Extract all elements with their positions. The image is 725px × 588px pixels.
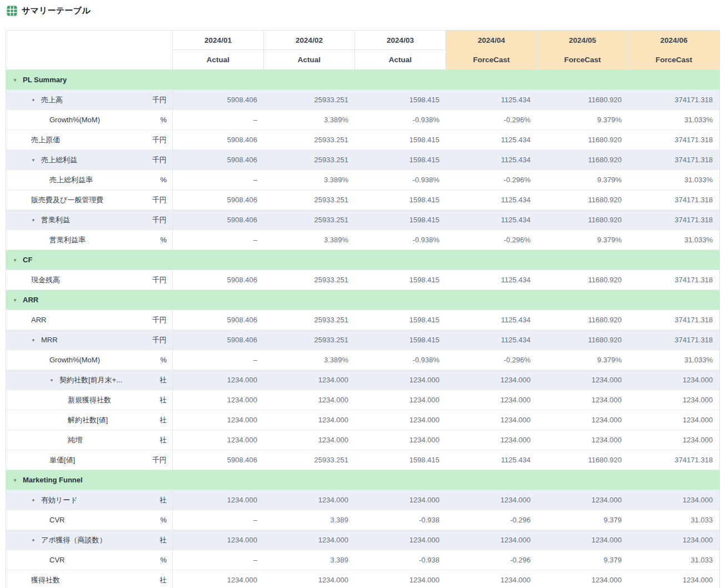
row-label: 有効リード bbox=[41, 495, 78, 505]
row-label-group: ▼有効リード社 bbox=[6, 490, 173, 510]
cell-value: 1598.415 bbox=[355, 210, 446, 230]
cell-value: 25933.251 bbox=[264, 190, 355, 210]
cell-value: 11680.920 bbox=[537, 90, 628, 109]
header-corner-cell bbox=[6, 31, 173, 70]
header-type-cell: Actual bbox=[355, 50, 446, 70]
row-unit: 社 bbox=[159, 395, 172, 405]
header-type-cell: ForceCast bbox=[537, 50, 628, 70]
row-label-group: Growth%(MoM)% bbox=[6, 110, 173, 129]
cell-value: 9.379% bbox=[537, 110, 628, 129]
cell-value: -0.296% bbox=[446, 230, 537, 250]
collapse-arrow-icon[interactable]: ▼ bbox=[31, 218, 38, 222]
cell-value: 1234.000 bbox=[628, 390, 719, 410]
cell-value: -0.938 bbox=[355, 550, 446, 570]
collapse-arrow-icon[interactable]: ▼ bbox=[13, 298, 20, 302]
row-label-group: ▼MRR千円 bbox=[6, 330, 173, 350]
table-row: 売上原価千円5908.40625933.2511598.4151125.4341… bbox=[6, 130, 719, 150]
row-label-group: ARR千円 bbox=[6, 310, 173, 330]
table-row: ▼アポ獲得（商談数）社1234.0001234.0001234.0001234.… bbox=[6, 530, 719, 550]
cell-value: 1598.415 bbox=[355, 190, 446, 210]
cell-value: 5908.406 bbox=[173, 270, 264, 290]
cell-value: 1234.000 bbox=[264, 530, 355, 550]
row-label: CVR bbox=[49, 516, 64, 524]
cell-value: – bbox=[173, 110, 264, 129]
cell-value: 1234.000 bbox=[537, 490, 628, 510]
header-month-cell: 2024/02 bbox=[264, 31, 355, 50]
table-row: Growth%(MoM)%–3.389%-0.938%-0.296%9.379%… bbox=[6, 110, 719, 130]
collapse-arrow-icon[interactable]: ▼ bbox=[31, 338, 38, 342]
collapse-arrow-icon[interactable]: ▼ bbox=[31, 538, 38, 542]
cell-value: 1234.000 bbox=[264, 490, 355, 510]
cell-value: 1125.434 bbox=[446, 130, 537, 150]
row-label-group: 獲得社数社 bbox=[6, 570, 173, 588]
header-month-cell: 2024/05 bbox=[537, 31, 628, 50]
collapse-arrow-icon[interactable]: ▼ bbox=[31, 498, 38, 502]
section-row[interactable]: ▼ARR bbox=[6, 290, 719, 310]
row-unit: 千円 bbox=[152, 135, 172, 145]
header-type-cell: Actual bbox=[264, 50, 355, 70]
row-label-group: 単価[値]千円 bbox=[6, 450, 173, 470]
cell-value: 1234.000 bbox=[173, 410, 264, 430]
cell-value: 1234.000 bbox=[173, 430, 264, 450]
cell-value: 1598.415 bbox=[355, 270, 446, 290]
cell-value: 1234.000 bbox=[173, 390, 264, 410]
table-row: CVR%–3.389-0.938-0.2969.37931.033 bbox=[6, 510, 719, 530]
cell-value: 11680.920 bbox=[537, 130, 628, 150]
row-unit: 千円 bbox=[152, 215, 172, 225]
page-title: サマリーテーブル bbox=[7, 6, 91, 16]
collapse-arrow-icon[interactable]: ▼ bbox=[49, 378, 57, 382]
section-row[interactable]: ▼Marketing Funnel bbox=[6, 470, 719, 490]
cell-value: 5908.406 bbox=[173, 330, 264, 350]
cell-value: 374171.318 bbox=[628, 330, 719, 350]
table-header: 2024/012024/022024/032024/042024/052024/… bbox=[6, 31, 719, 70]
collapse-arrow-icon[interactable]: ▼ bbox=[13, 478, 20, 482]
table-row: 現金残高千円5908.40625933.2511598.4151125.4341… bbox=[6, 270, 719, 290]
row-label-group: 解約社数[値]社 bbox=[6, 410, 173, 430]
cell-value: 5908.406 bbox=[173, 130, 264, 150]
cell-value: 1234.000 bbox=[264, 370, 355, 390]
row-label: 単価[値] bbox=[49, 455, 75, 465]
row-unit: 千円 bbox=[152, 195, 172, 205]
row-unit: % bbox=[160, 556, 172, 564]
section-row[interactable]: ▼PL Summary bbox=[6, 70, 719, 90]
cell-value: 1234.000 bbox=[355, 390, 446, 410]
cell-value: 11680.920 bbox=[537, 450, 628, 470]
cell-value: 3.389 bbox=[264, 510, 355, 530]
row-label: 解約社数[値] bbox=[68, 415, 108, 425]
row-label: Marketing Funnel bbox=[23, 476, 83, 484]
row-unit: % bbox=[160, 236, 172, 244]
cell-value: 3.389% bbox=[264, 350, 355, 370]
row-label: 契約社数[前月末+... bbox=[59, 375, 122, 385]
row-label: 売上高 bbox=[41, 95, 63, 105]
row-label: Growth%(MoM) bbox=[49, 356, 100, 364]
cell-value: 31.033% bbox=[628, 230, 719, 250]
header-type-cell: ForceCast bbox=[628, 50, 719, 70]
cell-value: 1234.000 bbox=[355, 490, 446, 510]
row-label: 売上総利益率 bbox=[49, 175, 93, 185]
cell-value: 31.033 bbox=[628, 550, 719, 570]
cell-value: 1125.434 bbox=[446, 90, 537, 109]
cell-value: 11680.920 bbox=[537, 210, 628, 230]
cell-value: 25933.251 bbox=[264, 270, 355, 290]
collapse-arrow-icon[interactable]: ▼ bbox=[31, 158, 38, 162]
cell-value: 25933.251 bbox=[264, 450, 355, 470]
cell-value: 1125.434 bbox=[446, 150, 537, 170]
collapse-arrow-icon[interactable]: ▼ bbox=[13, 78, 20, 82]
cell-value: 11680.920 bbox=[537, 310, 628, 330]
cell-value: 1125.434 bbox=[446, 190, 537, 210]
collapse-arrow-icon[interactable]: ▼ bbox=[13, 258, 20, 262]
cell-value: – bbox=[173, 170, 264, 190]
row-label-group: ▼営業利益千円 bbox=[6, 210, 173, 230]
cell-value: 374171.318 bbox=[628, 310, 719, 330]
cell-value: – bbox=[173, 230, 264, 250]
cell-value: -0.296% bbox=[446, 170, 537, 190]
table-row: ▼MRR千円5908.40625933.2511598.4151125.4341… bbox=[6, 330, 719, 350]
collapse-arrow-icon[interactable]: ▼ bbox=[31, 98, 38, 102]
cell-value: 3.389 bbox=[264, 550, 355, 570]
cell-value: 9.379 bbox=[537, 510, 628, 530]
cell-value: 1125.434 bbox=[446, 210, 537, 230]
cell-value: 1234.000 bbox=[355, 370, 446, 390]
cell-value: 1234.000 bbox=[446, 390, 537, 410]
row-unit: 千円 bbox=[152, 95, 172, 105]
section-row[interactable]: ▼CF bbox=[6, 250, 719, 270]
